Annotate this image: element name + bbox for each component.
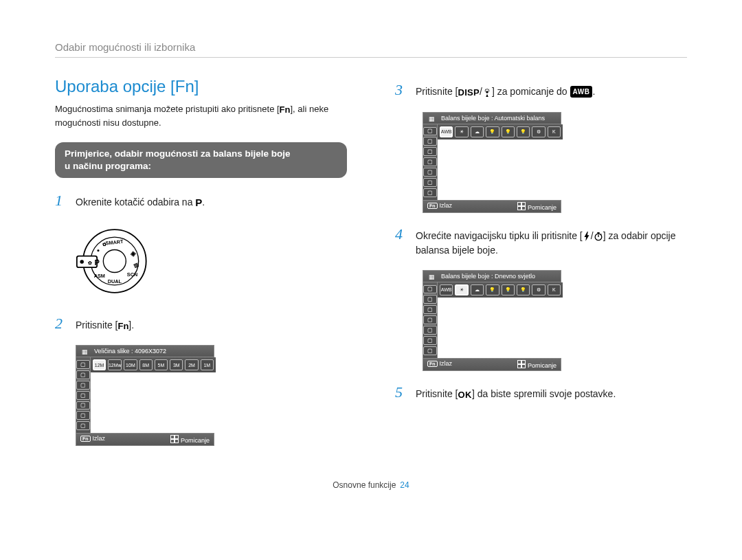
focus-icon: ▢ xyxy=(76,401,90,410)
nav-badge-icon xyxy=(517,202,526,210)
lcd-option-row: 12M12Mw10M8M5M3M2M1M xyxy=(91,357,216,372)
timer-icon xyxy=(594,232,603,241)
option-chip: K xyxy=(548,126,561,137)
mode-dial: SMART ▣ ▤ SCN DUAL ASM P ● ✿ ✿ P xyxy=(76,223,347,301)
svg-text:ASM: ASM xyxy=(94,272,105,278)
left-column: Uporaba opcije [Fn] Mogućnostima snimanj… xyxy=(55,77,347,460)
lcd-screenshot-3: ▦ Balans bijele boje : Dnevno svjetlo ▢▢… xyxy=(423,270,561,371)
lcd-header: ▦ Balans bijele boje : Automatski balans xyxy=(423,113,561,124)
flash-icon: ▢ xyxy=(76,411,90,420)
face-icon: ▢ xyxy=(423,157,437,166)
lcd-sidebar: ▢▢▢▢▢▢▢ xyxy=(423,124,438,200)
size-icon: ▢ xyxy=(76,370,90,379)
face-icon: ▢ xyxy=(423,315,437,324)
option-chip: 12Mw xyxy=(108,359,122,370)
lcd-screenshot-2: ▦ Balans bijele boje : Automatski balans… xyxy=(423,112,561,213)
plus-icon: ▢ xyxy=(423,168,437,177)
header-icon: ▦ xyxy=(425,113,438,124)
disp-icon: DISP xyxy=(458,86,480,100)
ok-icon: OK xyxy=(458,388,472,402)
header-icon: ▦ xyxy=(425,271,438,282)
option-chip: 💡 xyxy=(486,126,499,137)
option-chip: 💡 xyxy=(502,126,515,137)
svg-text:✿: ✿ xyxy=(88,259,92,265)
lcd-screenshot-1: ▦ Veličina slike : 4096X3072 ▢▢▢▢▢▢▢ 12M… xyxy=(76,345,214,446)
step-1: 1 Okrenite kotačić odabira na P. xyxy=(55,193,347,211)
example-callout: Primjerice, odabir mogućnosti za balans … xyxy=(55,142,347,178)
lcd-footer-left: Izlaz xyxy=(93,435,106,442)
nav-badge-icon xyxy=(517,360,526,368)
option-chip: AWB xyxy=(440,126,453,137)
ev-icon: ▢ xyxy=(423,147,437,156)
option-chip: K xyxy=(548,284,561,295)
section-title: Uporaba opcije [Fn] xyxy=(55,77,347,96)
flash-icon: ▢ xyxy=(423,336,437,345)
option-chip: 💡 xyxy=(517,126,530,137)
lcd-footer: FnIzlaz Pomicanje xyxy=(76,433,214,445)
option-chip: ☁ xyxy=(471,126,484,137)
stabilizer-icon: ▢ xyxy=(423,346,437,355)
lcd-footer-left: Izlaz xyxy=(440,360,453,367)
fn-icon: Fn xyxy=(117,320,128,333)
step-4: 4 Okrećite navigacijsku tipku ili pritis… xyxy=(395,227,687,258)
fn-badge-icon: Fn xyxy=(427,361,438,367)
svg-text:✿: ✿ xyxy=(102,241,106,247)
header-icon: ▦ xyxy=(78,346,91,357)
option-chip: 10M xyxy=(124,359,137,370)
option-chip: ☁ xyxy=(471,284,484,295)
lcd-footer-right: Pomicanje xyxy=(528,204,556,211)
breadcrumb: Odabir mogućnosti ili izbornika xyxy=(55,41,687,58)
lcd-footer-left: Izlaz xyxy=(440,202,453,209)
iso-icon: ▢ xyxy=(423,127,437,136)
lcd-option-row: AWB☀☁💡💡💡⚙K xyxy=(438,282,563,298)
fn-badge-icon: Fn xyxy=(427,203,438,209)
fn-badge-icon: Fn xyxy=(80,436,91,442)
option-chip: ⚙ xyxy=(532,284,545,295)
lcd-header: ▦ Veličina slike : 4096X3072 xyxy=(76,346,214,357)
wb-icon: ▢ xyxy=(423,295,437,304)
option-chip: 💡 xyxy=(517,284,530,295)
fn-icon: Fn xyxy=(280,104,291,117)
p-mode-icon: P xyxy=(195,195,202,211)
lcd-sidebar: ▢▢▢▢▢▢▢ xyxy=(76,357,91,433)
option-chip: 12M xyxy=(93,359,106,370)
ev-icon: ▢ xyxy=(76,381,90,390)
lcd-footer-right: Pomicanje xyxy=(528,362,556,369)
option-chip: 5M xyxy=(155,359,168,370)
wb-icon: ▢ xyxy=(76,391,90,400)
option-chip: 2M xyxy=(185,359,198,370)
step-2: 2 Pritisnite [Fn]. xyxy=(55,316,347,333)
option-chip: 💡 xyxy=(486,284,499,295)
lcd-preview-area xyxy=(91,372,216,433)
option-chip: ⚙ xyxy=(532,126,545,137)
option-chip: ☀ xyxy=(455,126,468,137)
lcd-footer: FnIzlaz Pomicanje xyxy=(423,358,561,370)
lcd-header: ▦ Balans bijele boje : Dnevno svjetlo xyxy=(423,271,561,282)
option-chip: 8M xyxy=(139,359,153,370)
svg-text:P: P xyxy=(95,258,100,266)
option-chip: AWB xyxy=(440,284,453,295)
page-footer: Osnovne funkcije24 xyxy=(55,480,687,490)
nav-badge-icon xyxy=(170,435,179,443)
svg-point-13 xyxy=(80,260,84,264)
option-chip: 3M xyxy=(170,359,183,370)
svg-text:●: ● xyxy=(97,247,100,254)
lcd-footer-right: Pomicanje xyxy=(181,437,210,444)
macro-icon xyxy=(482,87,492,97)
flash-icon xyxy=(583,232,591,241)
lcd-header-text: Veličina slike : 4096X3072 xyxy=(94,348,166,355)
step-5: 5 Pritisnite [OK] da biste spremili svoj… xyxy=(395,385,687,402)
lcd-footer: FnIzlaz Pomicanje xyxy=(423,200,561,212)
option-chip: 💡 xyxy=(502,284,515,295)
stabilizer-icon: ▢ xyxy=(423,188,437,197)
lcd-option-row: AWB☀☁💡💡💡⚙K xyxy=(438,124,563,139)
awb-icon: AWB xyxy=(570,86,593,98)
right-column: 3 Pritisnite [DISP/] za pomicanje do AWB… xyxy=(395,77,687,460)
plus-icon: ▢ xyxy=(423,326,437,335)
svg-text:DUAL: DUAL xyxy=(108,278,122,284)
iso-icon: ▢ xyxy=(423,285,437,294)
step-3: 3 Pritisnite [DISP/] za pomicanje do AWB… xyxy=(395,82,687,100)
intro-text: Mogućnostima snimanja možete pristupiti … xyxy=(55,103,347,130)
ev-icon: ▢ xyxy=(423,305,437,314)
lcd-preview-area xyxy=(438,139,563,200)
